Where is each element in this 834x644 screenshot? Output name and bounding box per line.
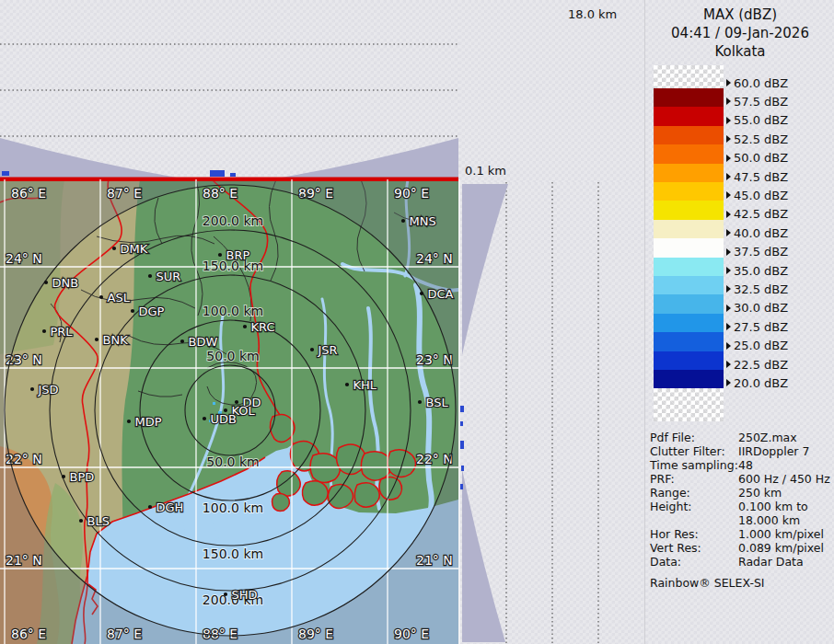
city-dot-BDW	[180, 339, 184, 343]
city-label-JSR: JSR	[318, 343, 338, 357]
cross-section-echo	[230, 173, 236, 177]
lon-label-top: 87° E	[107, 186, 142, 201]
product-header: MAX (dBZ) 04:41 / 09-Jan-2026 Kolkata	[645, 6, 834, 61]
range-ring-label: 150.0 km	[203, 546, 263, 561]
lon-label-bottom: 89° E	[298, 627, 333, 641]
scale-tick-arrow-icon	[726, 117, 731, 124]
metadata-row: Data:Radar Data	[650, 555, 830, 569]
lat-label-right: 23° N	[416, 352, 453, 367]
city-dot-BNK	[95, 338, 98, 341]
scale-swatch-band	[654, 294, 724, 313]
right-panel-graphic	[460, 182, 644, 644]
metadata-row: PRF:600 Hz / 450 Hz	[650, 472, 830, 486]
scale-tick-label: 60.0 dBZ	[726, 75, 788, 90]
scale-tick-label: 42.5 dBZ	[726, 207, 788, 222]
right-height-cross-section-panel	[460, 182, 644, 644]
cross-section-echo	[460, 484, 463, 489]
city-label-PRL: PRL	[51, 325, 74, 339]
city-label-BNK: BNK	[103, 333, 129, 347]
scale-tick-label: 57.5 dBZ	[726, 94, 788, 109]
city-label-BPD: BPD	[70, 470, 95, 484]
city-dot-BSL	[418, 400, 422, 404]
scale-tick-label: 52.5 dBZ	[726, 132, 788, 146]
range-ring-label: 200.0 km	[203, 213, 263, 228]
metadata-row: Clutter Filter:IIRDoppler 7	[650, 444, 830, 458]
scale-swatch-band	[654, 107, 724, 125]
radar-echo	[213, 402, 215, 405]
scale-tick-arrow-icon	[726, 305, 731, 312]
scale-swatch-band	[654, 88, 724, 107]
city-label-DMK: DMK	[121, 242, 148, 256]
product-datetime: 04:41 / 09-Jan-2026	[645, 24, 834, 42]
scale-tick-arrow-icon	[726, 155, 731, 162]
lat-label-left: 21° N	[6, 553, 42, 568]
scale-tick-arrow-icon	[726, 173, 731, 180]
city-dot-DNB	[44, 281, 48, 284]
scale-tick-arrow-icon	[726, 323, 731, 330]
lat-label-left: 23° N	[6, 352, 42, 367]
product-title: MAX (dBZ)	[645, 6, 834, 24]
below-beam-wedge-right	[282, 138, 458, 178]
range-ring-label: 100.0 km	[203, 304, 263, 318]
scale-tick-arrow-icon	[726, 361, 731, 368]
scale-tick-arrow-icon	[726, 98, 731, 105]
city-label-DNB: DNB	[52, 276, 79, 290]
scale-swatch-band	[654, 276, 724, 294]
scale-tick-arrow-icon	[726, 285, 731, 293]
radar-display-window: 18.0 km 0.1 km	[0, 0, 834, 644]
city-label-SHD: SHD	[232, 588, 258, 602]
scale-tick-label: 22.5 dBZ	[726, 357, 788, 372]
cross-section-echo	[210, 170, 225, 177]
scale-tick-arrow-icon	[726, 135, 731, 143]
city-dot-MDP	[127, 420, 131, 423]
city-label-MDP: MDP	[135, 415, 162, 429]
scale-swatch-band	[654, 314, 724, 332]
city-label-DCA: DCA	[428, 287, 454, 301]
range-ring-label: 50.0 km	[206, 454, 259, 469]
software-footer: Rainbow® SELEX-SI	[650, 576, 830, 590]
radar-map: 86° E86° E87° E87° E88° E88° E89° E89° E…	[0, 179, 458, 644]
lon-label-bottom: 88° E	[203, 627, 237, 641]
city-dot-BRP	[218, 253, 222, 257]
city-label-JSD: JSD	[38, 383, 59, 397]
scale-tick-label: 40.0 dBZ	[726, 225, 788, 240]
city-dot-DGH	[148, 505, 152, 509]
city-dot-DGP	[131, 309, 134, 313]
scale-swatch-band	[654, 370, 724, 388]
city-label-KRC: KRC	[251, 320, 275, 334]
scale-tick-label: 50.0 dBZ	[726, 151, 788, 166]
city-dot-ASL	[99, 295, 103, 299]
scale-tick-label: 25.0 dBZ	[726, 339, 788, 353]
range-ring-label: 50.0 km	[206, 349, 259, 363]
height-axis-max-label: 18.0 km	[568, 7, 617, 21]
scale-tick-label: 32.5 dBZ	[726, 282, 788, 296]
map-graphic: 86° E86° E87° E87° E88° E88° E89° E89° E…	[0, 179, 458, 644]
height-axis-min-label: 0.1 km	[465, 164, 506, 178]
scale-swatch-band	[654, 182, 724, 201]
scale-swatch-band	[654, 164, 724, 182]
lon-label-top: 88° E	[203, 186, 237, 201]
scale-tick-label: 37.5 dBZ	[726, 245, 788, 259]
city-label-MNS: MNS	[410, 214, 436, 228]
scale-tick-label: 47.5 dBZ	[726, 169, 788, 184]
cross-section-echo	[460, 441, 464, 449]
scale-swatch-no-data-top	[654, 65, 724, 88]
below-beam-wedge-top	[462, 184, 508, 355]
axis-corner-area	[458, 0, 644, 182]
scale-tick-arrow-icon	[726, 191, 731, 199]
city-label-BLS: BLS	[87, 514, 110, 528]
scale-tick-label: 45.0 dBZ	[726, 188, 788, 202]
city-dot-UDB	[203, 417, 206, 420]
panel-divider	[458, 179, 460, 644]
scale-tick-arrow-icon	[726, 211, 731, 218]
city-dot-DCA	[420, 292, 423, 295]
below-beam-wedge-bottom	[462, 469, 505, 642]
scale-tick-arrow-icon	[726, 267, 731, 274]
city-label-ASL: ASL	[108, 291, 131, 305]
scale-tick-label: 35.0 dBZ	[726, 263, 788, 278]
city-label-BSL: BSL	[426, 396, 449, 409]
scale-swatch-band	[654, 201, 724, 219]
lat-label-right: 24° N	[416, 251, 453, 266]
range-ring-label: 100.0 km	[203, 500, 263, 515]
lat-label-right: 22° N	[416, 452, 453, 466]
